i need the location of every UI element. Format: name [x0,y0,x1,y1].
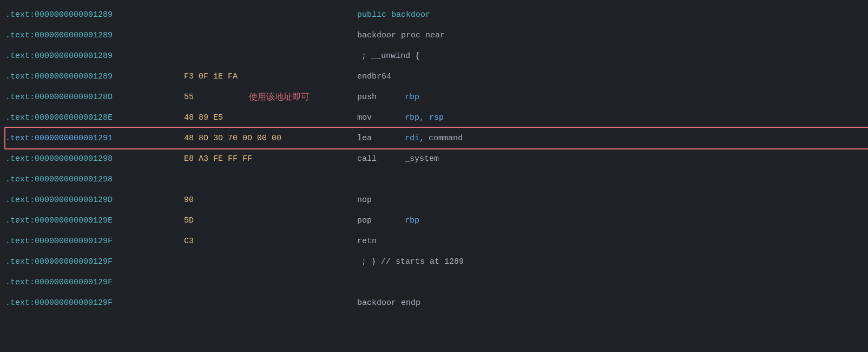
address-label: .text:000000000000129F [5,278,179,287]
right-panel: public backdoorbackdoor proc near; __unw… [336,4,868,348]
left-panel: .text:0000000000001289.text:000000000000… [0,4,336,348]
asm-right-line: endbr64 [357,66,868,87]
address-label: .text:000000000000129F [5,257,179,266]
asm-left-line: .text:000000000000129D90 [5,190,336,210]
hex-bytes: 48 8D 3D 70 0D 00 00 [184,134,303,143]
asm-mnemonic: mov [357,113,400,122]
asm-left-line: .text:0000000000001298E8 A3 FE FF FF [5,148,336,169]
asm-comment: ; } // starts at 1289 [361,257,464,266]
asm-right-line [357,169,868,190]
asm-left-line: .text:0000000000001289 [5,4,336,25]
asm-mnemonic: call [357,154,400,164]
asm-left-line: .text:0000000000001289 [5,45,336,66]
asm-left-line: .text:0000000000001298 [5,169,336,190]
asm-left-line: .text:000000000000129F [5,292,336,313]
proc-directive: backdoor proc near [357,31,445,40]
asm-mnemonic: nop [357,195,400,205]
asm-right-line: call _system [357,148,868,169]
asm-left-line: .text:000000000000129E5D [5,210,336,231]
asm-right-line: backdoor endp [357,292,868,313]
address-label: .text:0000000000001289 [5,10,179,19]
asm-right-line: nop [357,190,868,210]
address-label: .text:0000000000001298 [5,175,179,184]
asm-left-line: .text:0000000000001289 [5,25,336,45]
address-label: .text:000000000000129E [5,216,179,225]
address-label: .text:0000000000001289 [5,72,179,81]
asm-left-line: .text:000000000000128D55使用该地址即可 [5,87,336,107]
asm-left-line: .text:000000000000129FC3 [5,231,336,251]
asm-right-line: retn [357,231,868,251]
hex-bytes: E8 A3 FE FF FF [184,154,303,164]
address-label: .text:0000000000001289 [5,31,179,40]
hex-bytes: 5D [184,216,303,225]
asm-right-line: leardi, command [357,128,868,148]
asm-right-line [357,272,868,292]
asm-right-line: public backdoor [357,4,868,25]
asm-right-line: backdoor proc near [357,25,868,45]
address-label: .text:0000000000001298 [5,154,179,164]
address-label: .text:0000000000001289 [5,51,179,61]
asm-mnemonic: pop [357,216,400,225]
asm-mnemonic: retn [357,237,400,246]
asm-right-line: ; __unwind { [357,45,868,66]
hex-bytes: 90 [184,195,303,205]
asm-left-line: .text:000000000000128E48 89 E5 [5,107,336,128]
asm-mnemonic: push [357,93,400,102]
asm-left-line: .text:000000000000129F [5,251,336,272]
asm-left-line: .text:000000000000129F [5,272,336,292]
asm-comment: ; __unwind { [361,51,420,61]
asm-operand-reg: rbp [405,93,419,102]
address-label: .text:0000000000001291 [5,134,179,143]
asm-right-line: ; } // starts at 1289 [357,251,868,272]
asm-operand-reg: rbp, rsp [405,113,444,122]
asm-operand-plain: _system [405,154,439,164]
asm-mnemonic: lea [357,134,400,143]
address-label: .text:000000000000128D [5,93,179,102]
hex-bytes: C3 [184,237,303,246]
asm-operand-plain: command [429,134,463,143]
asm-left-line: .text:0000000000001289F3 0F 1E FA [5,66,336,87]
disasm-container: .text:0000000000001289.text:000000000000… [0,0,868,352]
address-label: .text:000000000000129D [5,195,179,205]
annotation-label: 使用该地址即可 [249,92,310,103]
asm-operand-reg: rbp [405,216,419,225]
asm-operand-reg: rdi, [405,134,424,143]
public-directive: public backdoor [357,10,430,19]
asm-right-line: movrbp, rsp [357,107,868,128]
asm-right-line: pushrbp [357,87,868,107]
address-label: .text:000000000000129F [5,237,179,246]
asm-right-line: poprbp [357,210,868,231]
asm-mnemonic: endbr64 [357,72,400,81]
address-label: .text:000000000000128E [5,113,179,122]
asm-left-line: .text:000000000000129148 8D 3D 70 0D 00 … [5,128,336,148]
address-label: .text:000000000000129F [5,298,179,308]
hex-bytes: F3 0F 1E FA [184,72,303,81]
hex-bytes: 48 89 E5 [184,113,303,122]
proc-directive: backdoor endp [357,298,420,308]
